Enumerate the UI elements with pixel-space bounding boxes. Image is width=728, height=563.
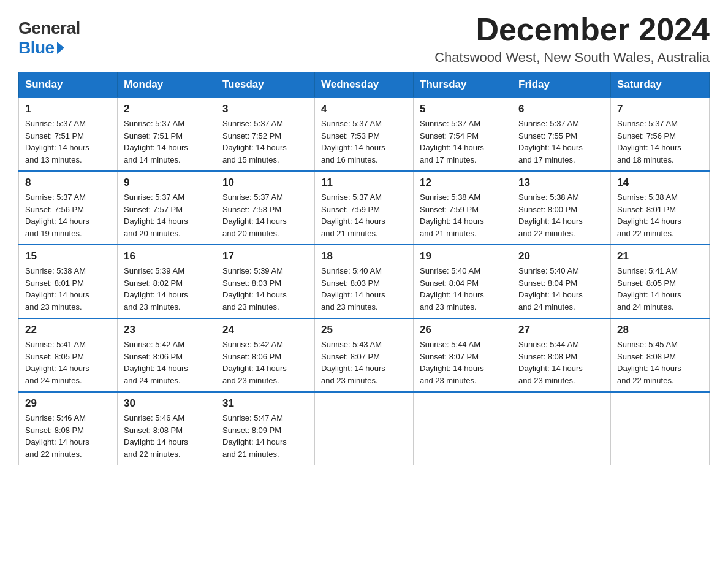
weekday-header-monday: Monday <box>118 72 216 98</box>
day-number: 4 <box>321 103 407 115</box>
weekday-header-friday: Friday <box>512 72 611 98</box>
day-info: Sunrise: 5:38 AMSunset: 8:00 PMDaylight:… <box>518 193 583 238</box>
calendar-cell: 24 Sunrise: 5:42 AMSunset: 8:06 PMDaylig… <box>216 318 315 392</box>
calendar-cell: 13 Sunrise: 5:38 AMSunset: 8:00 PMDaylig… <box>512 171 611 245</box>
calendar-cell: 2 Sunrise: 5:37 AMSunset: 7:51 PMDayligh… <box>118 98 216 171</box>
day-info: Sunrise: 5:45 AMSunset: 8:08 PMDaylight:… <box>617 340 681 385</box>
calendar-cell: 21 Sunrise: 5:41 AMSunset: 8:05 PMDaylig… <box>611 245 710 318</box>
day-number: 6 <box>518 103 604 115</box>
day-number: 25 <box>321 324 407 336</box>
calendar-cell: 29 Sunrise: 5:46 AMSunset: 8:08 PMDaylig… <box>19 392 118 465</box>
calendar-cell: 25 Sunrise: 5:43 AMSunset: 8:07 PMDaylig… <box>315 318 414 392</box>
day-number: 7 <box>617 103 703 115</box>
day-number: 27 <box>518 324 604 336</box>
title-area: December 2024 Chatswood West, New South … <box>434 12 710 66</box>
calendar-cell <box>315 392 414 465</box>
calendar-cell: 22 Sunrise: 5:41 AMSunset: 8:05 PMDaylig… <box>19 318 118 392</box>
day-number: 21 <box>617 250 703 262</box>
day-number: 10 <box>222 177 308 189</box>
weekday-header-thursday: Thursday <box>414 72 512 98</box>
calendar-cell: 5 Sunrise: 5:37 AMSunset: 7:54 PMDayligh… <box>414 98 512 171</box>
calendar-cell: 11 Sunrise: 5:37 AMSunset: 7:59 PMDaylig… <box>315 171 414 245</box>
calendar-cell: 20 Sunrise: 5:40 AMSunset: 8:04 PMDaylig… <box>512 245 611 318</box>
day-number: 18 <box>321 250 407 262</box>
calendar-cell: 4 Sunrise: 5:37 AMSunset: 7:53 PMDayligh… <box>315 98 414 171</box>
calendar-week-row: 8 Sunrise: 5:37 AMSunset: 7:56 PMDayligh… <box>19 171 710 245</box>
weekday-header-sunday: Sunday <box>19 72 118 98</box>
calendar-week-row: 29 Sunrise: 5:46 AMSunset: 8:08 PMDaylig… <box>19 392 710 465</box>
day-info: Sunrise: 5:46 AMSunset: 8:08 PMDaylight:… <box>124 413 188 459</box>
day-info: Sunrise: 5:40 AMSunset: 8:03 PMDaylight:… <box>321 266 385 312</box>
day-number: 11 <box>321 177 407 189</box>
calendar-cell: 28 Sunrise: 5:45 AMSunset: 8:08 PMDaylig… <box>611 318 710 392</box>
day-info: Sunrise: 5:37 AMSunset: 7:57 PMDaylight:… <box>124 193 188 238</box>
day-number: 31 <box>222 397 308 410</box>
calendar-cell: 30 Sunrise: 5:46 AMSunset: 8:08 PMDaylig… <box>118 392 216 465</box>
day-number: 26 <box>420 324 506 336</box>
day-number: 1 <box>25 103 111 115</box>
day-info: Sunrise: 5:37 AMSunset: 7:56 PMDaylight:… <box>617 119 681 164</box>
day-info: Sunrise: 5:39 AMSunset: 8:03 PMDaylight:… <box>222 266 287 312</box>
day-number: 24 <box>222 324 308 336</box>
day-info: Sunrise: 5:47 AMSunset: 8:09 PMDaylight:… <box>222 413 287 459</box>
day-info: Sunrise: 5:42 AMSunset: 8:06 PMDaylight:… <box>222 340 287 385</box>
calendar-cell: 19 Sunrise: 5:40 AMSunset: 8:04 PMDaylig… <box>414 245 512 318</box>
day-number: 20 <box>518 250 604 262</box>
calendar-cell: 7 Sunrise: 5:37 AMSunset: 7:56 PMDayligh… <box>611 98 710 171</box>
day-info: Sunrise: 5:41 AMSunset: 8:05 PMDaylight:… <box>25 340 89 385</box>
logo-blue-text: Blue <box>18 38 64 58</box>
day-number: 14 <box>617 177 703 189</box>
logo: General Blue <box>18 12 80 58</box>
calendar-table: SundayMondayTuesdayWednesdayThursdayFrid… <box>18 72 710 465</box>
day-number: 8 <box>25 177 111 189</box>
calendar-week-row: 15 Sunrise: 5:38 AMSunset: 8:01 PMDaylig… <box>19 245 710 318</box>
calendar-cell: 14 Sunrise: 5:38 AMSunset: 8:01 PMDaylig… <box>611 171 710 245</box>
weekday-header-row: SundayMondayTuesdayWednesdayThursdayFrid… <box>19 72 710 98</box>
calendar-cell <box>512 392 611 465</box>
logo-general-text: General <box>18 18 80 38</box>
day-number: 12 <box>420 177 506 189</box>
day-info: Sunrise: 5:38 AMSunset: 7:59 PMDaylight:… <box>420 193 484 238</box>
weekday-header-saturday: Saturday <box>611 72 710 98</box>
day-info: Sunrise: 5:46 AMSunset: 8:08 PMDaylight:… <box>25 413 89 459</box>
calendar-cell: 3 Sunrise: 5:37 AMSunset: 7:52 PMDayligh… <box>216 98 315 171</box>
calendar-cell: 17 Sunrise: 5:39 AMSunset: 8:03 PMDaylig… <box>216 245 315 318</box>
day-info: Sunrise: 5:43 AMSunset: 8:07 PMDaylight:… <box>321 340 385 385</box>
calendar-cell: 10 Sunrise: 5:37 AMSunset: 7:58 PMDaylig… <box>216 171 315 245</box>
day-info: Sunrise: 5:38 AMSunset: 8:01 PMDaylight:… <box>25 266 89 312</box>
day-info: Sunrise: 5:37 AMSunset: 7:59 PMDaylight:… <box>321 193 385 238</box>
calendar-week-row: 1 Sunrise: 5:37 AMSunset: 7:51 PMDayligh… <box>19 98 710 171</box>
calendar-cell: 6 Sunrise: 5:37 AMSunset: 7:55 PMDayligh… <box>512 98 611 171</box>
day-number: 23 <box>124 324 210 336</box>
day-number: 16 <box>124 250 210 262</box>
calendar-cell: 16 Sunrise: 5:39 AMSunset: 8:02 PMDaylig… <box>118 245 216 318</box>
month-year-title: December 2024 <box>434 12 710 47</box>
weekday-header-tuesday: Tuesday <box>216 72 315 98</box>
day-number: 5 <box>420 103 506 115</box>
calendar-cell: 1 Sunrise: 5:37 AMSunset: 7:51 PMDayligh… <box>19 98 118 171</box>
day-info: Sunrise: 5:37 AMSunset: 7:51 PMDaylight:… <box>25 119 89 164</box>
logo-arrow-icon <box>57 42 64 54</box>
day-info: Sunrise: 5:44 AMSunset: 8:08 PMDaylight:… <box>518 340 583 385</box>
day-info: Sunrise: 5:37 AMSunset: 7:51 PMDaylight:… <box>124 119 188 164</box>
calendar-cell: 15 Sunrise: 5:38 AMSunset: 8:01 PMDaylig… <box>19 245 118 318</box>
day-info: Sunrise: 5:37 AMSunset: 7:55 PMDaylight:… <box>518 119 583 164</box>
calendar-cell: 8 Sunrise: 5:37 AMSunset: 7:56 PMDayligh… <box>19 171 118 245</box>
day-number: 13 <box>518 177 604 189</box>
weekday-header-wednesday: Wednesday <box>315 72 414 98</box>
day-number: 15 <box>25 250 111 262</box>
day-number: 17 <box>222 250 308 262</box>
day-info: Sunrise: 5:40 AMSunset: 8:04 PMDaylight:… <box>518 266 583 312</box>
day-number: 28 <box>617 324 703 336</box>
calendar-cell: 31 Sunrise: 5:47 AMSunset: 8:09 PMDaylig… <box>216 392 315 465</box>
day-number: 19 <box>420 250 506 262</box>
day-info: Sunrise: 5:37 AMSunset: 7:54 PMDaylight:… <box>420 119 484 164</box>
day-info: Sunrise: 5:41 AMSunset: 8:05 PMDaylight:… <box>617 266 681 312</box>
day-info: Sunrise: 5:40 AMSunset: 8:04 PMDaylight:… <box>420 266 484 312</box>
calendar-cell: 27 Sunrise: 5:44 AMSunset: 8:08 PMDaylig… <box>512 318 611 392</box>
day-number: 3 <box>222 103 308 115</box>
day-number: 2 <box>124 103 210 115</box>
calendar-cell: 9 Sunrise: 5:37 AMSunset: 7:57 PMDayligh… <box>118 171 216 245</box>
page-header: General Blue December 2024 Chatswood Wes… <box>18 12 710 66</box>
day-info: Sunrise: 5:37 AMSunset: 7:52 PMDaylight:… <box>222 119 287 164</box>
